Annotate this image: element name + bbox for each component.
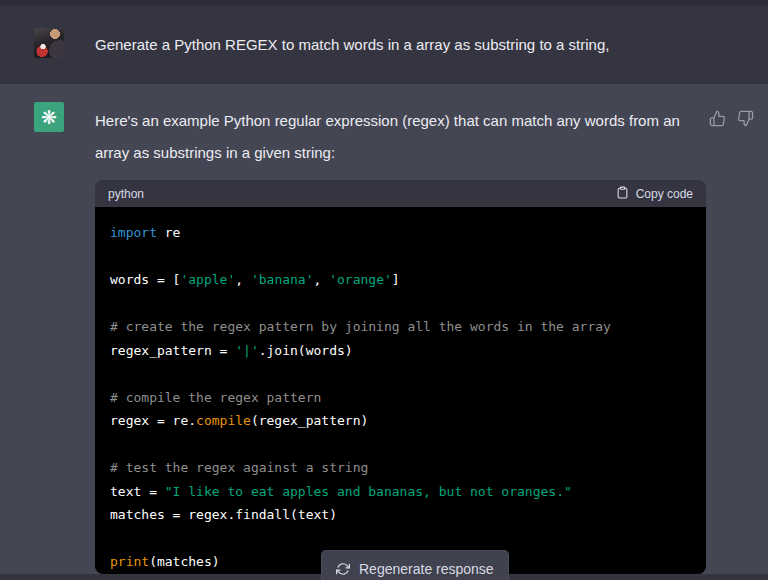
- code-line: import re: [110, 221, 691, 245]
- code-line: words = ['apple', 'banana', 'orange']: [110, 268, 691, 292]
- feedback-controls: [709, 110, 754, 127]
- code-line: regex = re.compile(regex_pattern): [110, 409, 691, 433]
- code-line: text = "I like to eat apples and bananas…: [110, 480, 691, 504]
- code-line: [110, 362, 691, 386]
- assistant-message-text: Here's an example Python regular express…: [95, 102, 710, 169]
- regenerate-response-label: Regenerate response: [359, 561, 494, 577]
- copy-code-button[interactable]: Copy code: [616, 185, 693, 203]
- code-line: regex_pattern = '|'.join(words): [110, 339, 691, 363]
- code-line: [110, 245, 691, 269]
- chatgpt-logo-icon: ❋: [34, 102, 64, 132]
- refresh-icon: [336, 562, 350, 576]
- clipboard-icon: [616, 185, 629, 203]
- code-content: import re words = ['apple', 'banana', 'o…: [95, 207, 706, 574]
- code-block-header: python Copy code: [95, 180, 706, 207]
- user-message-text: Generate a Python REGEX to match words i…: [95, 28, 609, 60]
- user-avatar: [34, 28, 64, 58]
- code-line: [110, 527, 691, 551]
- code-line: matches = regex.findall(text): [110, 503, 691, 527]
- assistant-message-content: Here's an example Python regular express…: [95, 102, 768, 574]
- openai-logo-glyph: ❋: [41, 108, 57, 127]
- code-line: # test the regex against a string: [110, 456, 691, 480]
- code-line: [110, 292, 691, 316]
- thumbs-down-icon[interactable]: [737, 110, 754, 127]
- code-line: # compile the regex pattern: [110, 386, 691, 410]
- code-line: # create the regex pattern by joining al…: [110, 315, 691, 339]
- thumbs-up-icon[interactable]: [709, 110, 726, 127]
- user-message-row: Generate a Python REGEX to match words i…: [0, 5, 768, 84]
- regenerate-response-button[interactable]: Regenerate response: [321, 550, 509, 580]
- copy-code-label: Copy code: [636, 187, 693, 201]
- code-block: python Copy code import re words = ['app…: [95, 180, 706, 574]
- assistant-message-row: ❋ Here's an example Python regular expre…: [0, 84, 768, 574]
- code-line: [110, 433, 691, 457]
- code-language-label: python: [108, 187, 144, 201]
